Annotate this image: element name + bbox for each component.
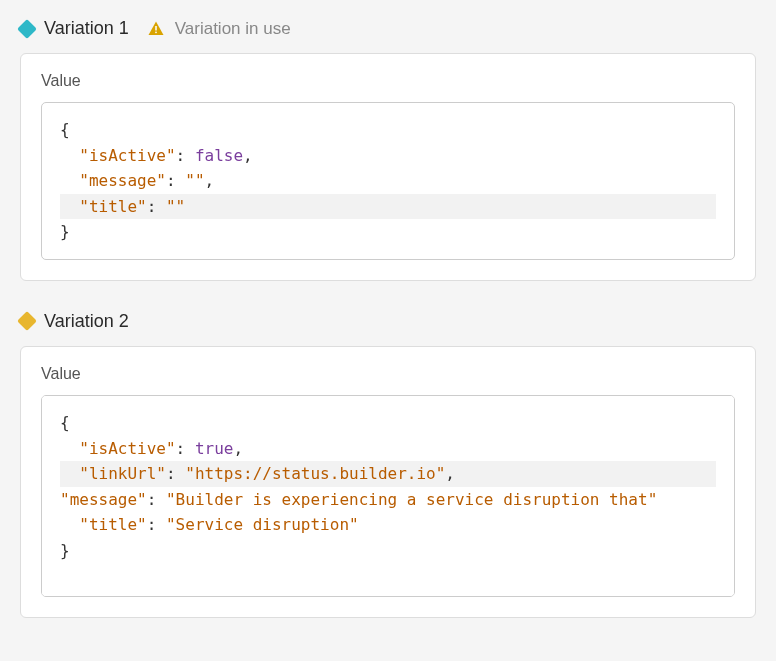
variation-header: Variation 2 (20, 311, 756, 332)
svg-rect-0 (155, 26, 157, 31)
variation-block: Variation 2Value{ "isActive": true, "lin… (20, 311, 756, 618)
value-card: Value{ "isActive": false, "message": "",… (20, 53, 756, 281)
value-label: Value (41, 365, 735, 383)
diamond-icon (17, 19, 37, 39)
variation-title: Variation 1 (44, 18, 129, 39)
diamond-icon (17, 312, 37, 332)
value-label: Value (41, 72, 735, 90)
variation-in-use-label: Variation in use (175, 19, 291, 39)
warning-icon (147, 20, 165, 38)
variation-block: Variation 1Variation in useValue{ "isAct… (20, 18, 756, 281)
code-content[interactable]: { "isActive": true, "linkUrl": "https://… (60, 410, 716, 564)
code-content[interactable]: { "isActive": false, "message": "", "tit… (60, 117, 716, 245)
variation-header: Variation 1Variation in use (20, 18, 756, 39)
svg-rect-1 (155, 31, 157, 33)
code-editor[interactable]: { "isActive": false, "message": "", "tit… (41, 102, 735, 260)
variation-title: Variation 2 (44, 311, 129, 332)
code-editor[interactable]: { "isActive": true, "linkUrl": "https://… (41, 395, 735, 597)
value-card: Value{ "isActive": true, "linkUrl": "htt… (20, 346, 756, 618)
